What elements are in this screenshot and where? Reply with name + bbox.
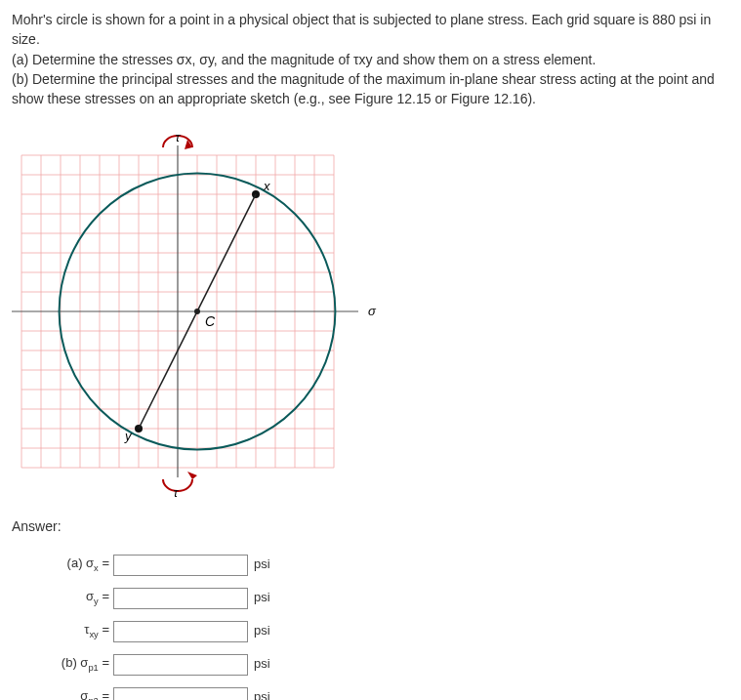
unit-sigma-y: psi bbox=[254, 589, 270, 607]
svg-marker-33 bbox=[187, 472, 197, 479]
tau-axis-label: τ bbox=[176, 130, 182, 144]
label-sigma-x: (a) σx = bbox=[12, 555, 113, 575]
mohrs-circle-diagram: τ τ σ C x y bbox=[12, 126, 383, 497]
unit-sigma-p2: psi bbox=[254, 688, 270, 700]
input-sigma-p1[interactable] bbox=[113, 654, 248, 676]
answer-heading: Answer: bbox=[12, 516, 729, 536]
tau-bottom-arrow-icon bbox=[163, 472, 197, 491]
unit-sigma-x: psi bbox=[254, 556, 270, 574]
input-sigma-x[interactable] bbox=[113, 555, 248, 576]
label-sigma-p1: (b) σp1 = bbox=[12, 654, 113, 675]
label-sigma-p2: σp2 = bbox=[12, 687, 113, 700]
input-sigma-p2[interactable] bbox=[113, 687, 248, 700]
sigma-axis-label: σ bbox=[368, 304, 377, 318]
center-label: C bbox=[205, 313, 216, 329]
intro-text: Mohr's circle is shown for a point in a … bbox=[12, 12, 711, 47]
row-sigma-x: (a) σx = psi bbox=[12, 555, 729, 576]
point-x-label: x bbox=[263, 179, 270, 193]
answer-section: Answer: (a) σx = psi σy = psi τxy = psi … bbox=[12, 516, 729, 700]
part-b-text: (b) Determine the principal stresses and… bbox=[12, 71, 715, 106]
row-sigma-p1: (b) σp1 = psi bbox=[12, 654, 729, 676]
point-y-label: y bbox=[124, 429, 133, 443]
unit-tau-xy: psi bbox=[254, 622, 270, 640]
input-sigma-y[interactable] bbox=[113, 588, 248, 609]
row-sigma-y: σy = psi bbox=[12, 588, 729, 609]
problem-statement: Mohr's circle is shown for a point in a … bbox=[12, 10, 729, 108]
row-sigma-p2: σp2 = psi bbox=[12, 687, 729, 700]
part-a-text: (a) Determine the stresses σx, σy, and t… bbox=[12, 52, 596, 67]
row-tau-xy: τxy = psi bbox=[12, 621, 729, 642]
label-tau-xy: τxy = bbox=[12, 621, 113, 641]
input-tau-xy[interactable] bbox=[113, 621, 248, 642]
mohrs-circle-svg: τ τ σ C x y bbox=[12, 126, 383, 497]
unit-sigma-p1: psi bbox=[254, 655, 270, 674]
label-sigma-y: σy = bbox=[12, 588, 113, 608]
